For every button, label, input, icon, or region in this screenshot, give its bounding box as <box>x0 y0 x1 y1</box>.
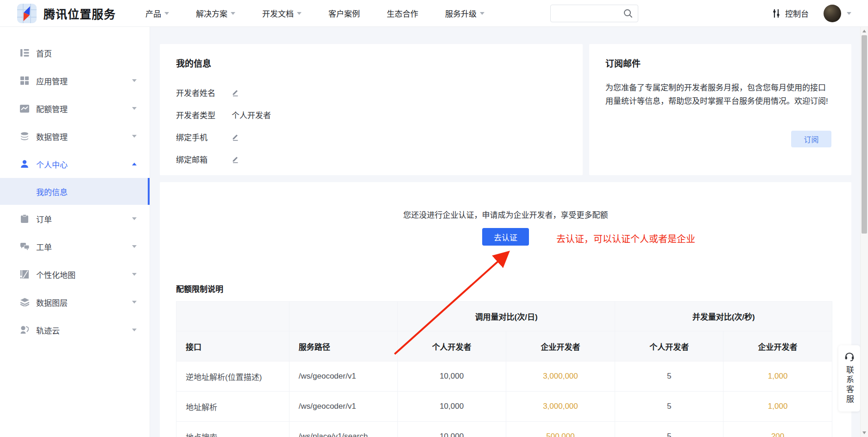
cell-personal-concurrency: 5 <box>615 392 723 422</box>
field-label: 开发者姓名 <box>176 87 232 98</box>
chevron-down-icon <box>132 217 137 220</box>
sidebar-item-home[interactable]: 首页 <box>0 39 150 67</box>
nav-item-label: 解决方案 <box>196 7 227 19</box>
table-column-header-row: 接口 服务路径 个人开发者 企业开发者 个人开发者 企业开发者 <box>176 331 832 361</box>
database-icon <box>20 132 29 141</box>
subscribe-card: 订阅邮件 为您准备了专属定制的开发者服务月报，包含您每月使用的接口用量统计等信息… <box>589 44 851 175</box>
scrollbar-down-arrow[interactable] <box>862 431 866 434</box>
sidebar-item-label: 个性化地图 <box>36 269 132 280</box>
search-icon <box>623 8 633 19</box>
nav-item-ecosystem[interactable]: 生态合作 <box>387 7 418 19</box>
sidebar-item-custom-map[interactable]: 个性化地图 <box>0 260 150 288</box>
chevron-down-icon <box>231 12 235 15</box>
nav-item-products[interactable]: 产品 <box>145 7 169 19</box>
cell-enterprise-concurrency: 200 <box>723 422 832 437</box>
user-avatar[interactable] <box>824 5 841 22</box>
console-link[interactable]: 控制台 <box>772 7 809 19</box>
scrollbar-thumb[interactable] <box>862 35 867 234</box>
profile-row-developer-type: 开发者类型 个人开发者 <box>176 103 566 126</box>
table-group-header-row: 调用量对比(次/日) 并发量对比(次/秒) <box>176 302 832 331</box>
compass-logo-icon <box>17 3 37 24</box>
cell-enterprise-calls: 3,000,000 <box>506 392 615 422</box>
nav-item-label: 生态合作 <box>387 7 418 19</box>
cell-personal-calls: 10,000 <box>397 361 506 392</box>
sidebar-item-label: 订单 <box>36 213 132 225</box>
group-header-concurrency: 并发量对比(次/秒) <box>615 302 832 331</box>
map-icon <box>20 270 29 279</box>
brand-title: 腾讯位置服务 <box>44 5 116 22</box>
edit-pencil-icon[interactable] <box>232 133 239 141</box>
sidebar-item-track-cloud[interactable]: 轨迹云 <box>0 316 150 344</box>
nav-item-upgrade[interactable]: 服务升级 <box>445 7 484 19</box>
sidebar-subitem-my-info[interactable]: 我的信息 <box>0 178 150 205</box>
chevron-down-icon <box>132 107 137 110</box>
chart-icon <box>20 104 29 113</box>
grid-icon <box>20 76 29 85</box>
avatar-chevron-down-icon[interactable] <box>847 12 851 15</box>
sidebar-item-app-management[interactable]: 应用管理 <box>0 67 150 95</box>
nav-item-cases[interactable]: 客户案例 <box>328 7 360 19</box>
headset-icon <box>844 351 855 362</box>
cell-enterprise-concurrency: 1,000 <box>723 392 832 422</box>
contact-support-widget[interactable]: 联系客服 <box>838 345 860 412</box>
chevron-down-icon <box>132 301 137 304</box>
sidebar-item-label: 个人中心 <box>36 158 132 170</box>
sidebar-item-orders[interactable]: 订单 <box>0 205 150 233</box>
layers-icon <box>20 298 29 307</box>
empty-header-cell <box>289 302 397 331</box>
col-header-enterprise-dev: 企业开发者 <box>506 331 615 361</box>
scrollbar-up-arrow[interactable] <box>862 30 866 32</box>
edit-pencil-icon[interactable] <box>232 155 239 163</box>
nav-item-docs[interactable]: 开发文档 <box>262 7 302 19</box>
brand[interactable]: 腾讯位置服务 <box>17 3 116 24</box>
sidebar-item-label: 数据管理 <box>36 131 132 142</box>
field-label: 绑定邮箱 <box>176 153 232 165</box>
field-value: 个人开发者 <box>232 109 271 120</box>
table-row: 逆地址解析(位置描述) /ws/geocoder/v1 10,000 3,000… <box>176 361 832 392</box>
track-pin-icon <box>20 325 29 335</box>
nav-item-label: 产品 <box>145 7 161 19</box>
chevron-down-icon <box>164 12 169 15</box>
table-row: 地址解析 /ws/geocoder/v1 10,000 3,000,000 5 … <box>176 392 832 422</box>
cell-personal-calls: 10,000 <box>397 422 506 437</box>
profile-row-bound-phone: 绑定手机 <box>176 126 566 148</box>
top-nav: 产品 解决方案 开发文档 客户案例 生态合作 服务升级 <box>145 7 511 19</box>
nav-item-label: 客户案例 <box>328 7 360 19</box>
sidebar-item-label: 数据图层 <box>36 297 132 308</box>
nav-item-solutions[interactable]: 解决方案 <box>196 7 235 19</box>
search-input[interactable] <box>550 5 638 22</box>
sidebar-item-label: 配额管理 <box>36 103 132 114</box>
console-label: 控制台 <box>785 7 809 19</box>
sidebar-item-data-layers[interactable]: 数据图层 <box>0 288 150 316</box>
go-certify-button[interactable]: 去认证 <box>482 228 529 246</box>
sidebar-item-personal-center[interactable]: 个人中心 <box>0 150 150 178</box>
subscribe-description: 为您准备了专属定制的开发者服务月报，包含您每月使用的接口用量统计等信息，帮助您及… <box>605 82 833 108</box>
profile-card: 我的信息 开发者姓名 开发者类型 个人开发者 绑定手机 <box>160 44 583 175</box>
chevron-down-icon <box>132 135 137 138</box>
edit-pencil-icon[interactable] <box>232 89 239 96</box>
profile-row-developer-name: 开发者姓名 <box>176 81 566 103</box>
user-icon <box>20 159 29 169</box>
sidebar-item-quota-management[interactable]: 配额管理 <box>0 95 150 122</box>
col-header-service-path: 服务路径 <box>289 331 397 361</box>
sidebar-item-data-management[interactable]: 数据管理 <box>0 122 150 150</box>
cell-personal-calls: 10,000 <box>397 392 506 422</box>
group-header-calls: 调用量对比(次/日) <box>397 302 615 331</box>
chevron-down-icon <box>132 245 137 248</box>
subscribe-button[interactable]: 订阅 <box>791 131 831 147</box>
sidebar-item-label: 应用管理 <box>36 75 132 87</box>
table-row: 地点搜索 /ws/place/v1/search 10,000 500,000 … <box>176 422 832 437</box>
field-label: 绑定手机 <box>176 131 232 143</box>
vertical-scrollbar[interactable] <box>860 27 868 437</box>
cell-service-path: /ws/place/v1/search <box>289 422 397 437</box>
col-header-personal-dev: 个人开发者 <box>615 331 723 361</box>
sidebar-item-tickets[interactable]: 工单 <box>0 233 150 260</box>
field-label: 开发者类型 <box>176 109 232 120</box>
chevron-down-icon <box>132 329 137 331</box>
chevron-down-icon <box>297 12 302 15</box>
cell-interface: 地点搜索 <box>176 422 289 437</box>
nav-item-label: 开发文档 <box>262 7 294 19</box>
sidebar-item-label: 工单 <box>36 241 132 253</box>
quota-section-title: 配额限制说明 <box>176 283 223 294</box>
cell-enterprise-concurrency: 1,000 <box>723 361 832 392</box>
